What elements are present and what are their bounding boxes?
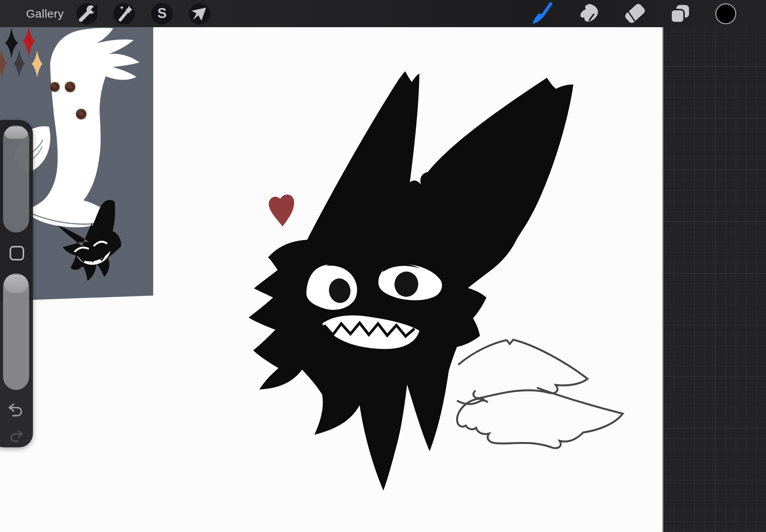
opacity-handle[interactable] [4, 275, 28, 293]
black-creature-drawing [249, 71, 573, 491]
color-button[interactable] [716, 4, 736, 24]
layers-button[interactable] [671, 5, 689, 23]
smudge-icon [581, 4, 598, 22]
wrench-icon [76, 3, 98, 25]
erase-button[interactable] [624, 2, 647, 24]
transform-arrow-icon [189, 3, 210, 25]
brush-size-handle[interactable] [4, 126, 28, 139]
paintbrush-icon [532, 4, 551, 24]
color-swatch-circle [716, 4, 736, 24]
undo-arrow-icon [9, 404, 21, 416]
selection-s-icon: S [157, 7, 167, 20]
eraser-icon [624, 2, 647, 24]
white-wisp-creature [14, 28, 139, 227]
modify-button[interactable] [10, 246, 24, 260]
actions-button[interactable] [76, 3, 98, 25]
procreate-window: Gallery S [0, 0, 766, 532]
sidebar [0, 120, 33, 447]
selection-button[interactable]: S [151, 3, 173, 25]
adjustments-button[interactable] [113, 3, 135, 25]
transform-button[interactable] [189, 3, 210, 25]
layers-icon [671, 5, 689, 23]
wing-sketch [457, 340, 623, 448]
top-toolbar: Gallery S [0, 0, 766, 27]
sparkle-doodles [0, 27, 43, 77]
redo-arrow-icon [11, 431, 23, 441]
redo-button[interactable] [9, 429, 23, 444]
brush-size-slider[interactable] [3, 125, 29, 232]
smudge-button[interactable] [581, 4, 598, 22]
gallery-label: Gallery [26, 7, 64, 20]
gallery-button[interactable]: Gallery [26, 0, 64, 27]
paint-button[interactable] [532, 4, 551, 24]
magic-wand-icon [113, 3, 135, 25]
pasteboard-grid [663, 27, 766, 532]
red-heart-doodle [268, 194, 296, 227]
opacity-slider[interactable] [3, 273, 29, 390]
undo-button[interactable] [8, 403, 24, 419]
canvas-edge-line [662, 27, 663, 532]
